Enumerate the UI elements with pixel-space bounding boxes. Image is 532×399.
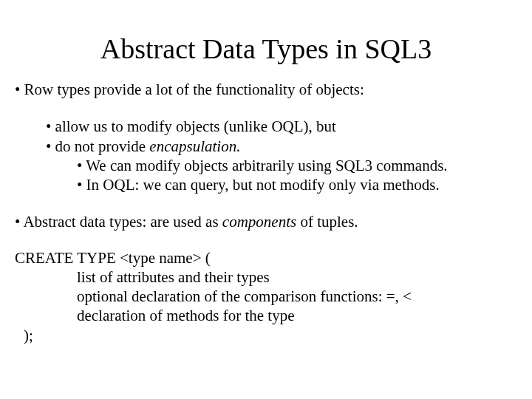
text-fragment: • do not provide [46,137,149,155]
text-fragment: • Abstract data types: are used as [15,213,222,231]
code-block: CREATE TYPE <type name> ( list of attrib… [15,248,517,345]
bullet-allow-modify: • allow us to modify objects (unlike OQL… [46,117,517,136]
code-line-methods: declaration of methods for the type [77,306,517,325]
spacer [15,99,517,117]
slide: Abstract Data Types in SQL3 • Row types … [0,0,532,399]
code-line-comparison: optional declaration of the comparison f… [77,287,517,306]
code-line-create-type: CREATE TYPE <type name> ( [15,248,517,267]
bullet-row-types: • Row types provide a lot of the functio… [15,80,517,99]
italic-encapsulation: encapsulation. [149,137,240,155]
bullet-no-encapsulation: • do not provide encapsulation. [46,137,517,156]
spacer [15,194,517,212]
text-fragment: of tuples. [296,213,358,231]
slide-title: Abstract Data Types in SQL3 [15,33,517,65]
code-line-close: ); [24,326,517,345]
bullet-oql-query: • In OQL: we can query, but not modify o… [77,175,517,194]
italic-components: components [222,213,296,231]
code-line-attributes: list of attributes and their types [77,267,517,287]
bullet-modify-arbitrarily: • We can modify objects arbitrarily usin… [77,156,517,175]
slide-body: • Row types provide a lot of the functio… [15,80,517,345]
bullet-adt-components: • Abstract data types: are used as compo… [15,212,517,231]
